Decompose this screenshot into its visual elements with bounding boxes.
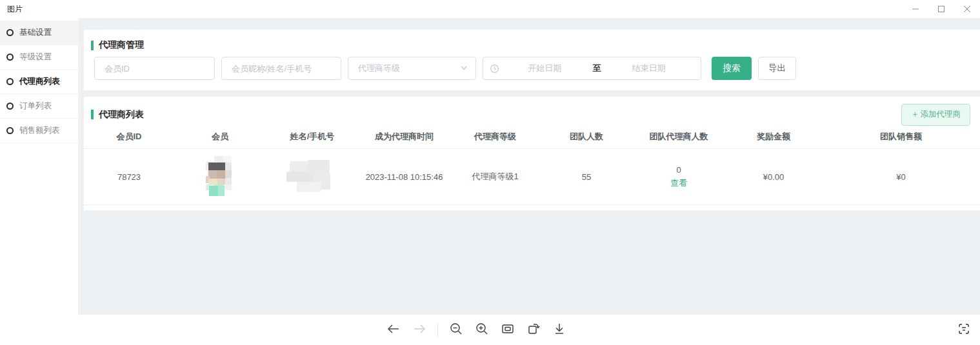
cell-join-time: 2023-11-08 10:15:46 xyxy=(359,172,450,182)
sidebar-item-level-settings[interactable]: 等级设置 xyxy=(0,45,78,70)
sidebar-item-order-list[interactable]: 订单列表 xyxy=(0,94,78,119)
sidebar-item-label: 销售额列表 xyxy=(19,125,60,136)
rotate-icon xyxy=(526,322,541,339)
cell-member-id: 78723 xyxy=(84,172,174,182)
cell-reward: ¥0.00 xyxy=(725,172,822,182)
section-title-text: 代理商列表 xyxy=(99,109,144,121)
back-button[interactable] xyxy=(386,322,401,338)
team-agents-count: 0 xyxy=(676,165,681,175)
blurred-text xyxy=(286,160,338,193)
circle-icon xyxy=(6,127,14,134)
add-agent-label: 添加代理商 xyxy=(921,109,961,120)
cell-team-sales: ¥0 xyxy=(822,172,980,182)
circle-icon xyxy=(6,103,14,110)
maximize-button[interactable] xyxy=(928,0,954,18)
rotate-button[interactable] xyxy=(526,322,541,338)
section-title-text: 代理商管理 xyxy=(99,39,144,51)
col-header-reward: 奖励金额 xyxy=(725,131,822,143)
accent-bar xyxy=(91,110,94,119)
col-header-level: 代理商等级 xyxy=(450,131,541,143)
sidebar-item-label: 代理商列表 xyxy=(19,76,60,87)
sidebar-item-agent-list[interactable]: 代理商列表 xyxy=(0,70,78,94)
section-title-agent-list: 代理商列表 xyxy=(84,109,144,121)
toolbar-divider xyxy=(437,324,438,337)
zoom-out-button[interactable] xyxy=(448,322,464,338)
col-header-member-id: 会员ID xyxy=(84,131,174,143)
end-date-placeholder: 结束日期 xyxy=(604,63,695,74)
agent-list-card: 代理商列表 ＋ 添加代理商 会员ID 会员 姓名/手机号 成为代理商时间 代理商… xyxy=(84,97,980,210)
photos-app-window: 图片 基础设置 等级设置 代理商列表 xyxy=(0,0,980,345)
sidebar-item-sales-list[interactable]: 销售额列表 xyxy=(0,119,78,143)
list-header: 代理商列表 ＋ 添加代理商 xyxy=(84,97,980,124)
date-range-picker[interactable]: 开始日期 至 结束日期 xyxy=(483,57,701,80)
zoom-out-icon xyxy=(449,322,463,339)
fit-to-window-icon xyxy=(501,322,515,339)
start-date-placeholder: 开始日期 xyxy=(499,63,590,74)
col-header-team-sales: 团队销售额 xyxy=(822,131,980,143)
circle-icon xyxy=(6,54,14,61)
col-header-member: 会员 xyxy=(174,131,266,143)
main-content: 代理商管理 代理商等级 开始日期 xyxy=(78,18,980,315)
member-name-input[interactable] xyxy=(221,57,341,80)
cell-member-avatar xyxy=(174,156,266,198)
accent-bar xyxy=(91,41,94,50)
filter-row: 代理商等级 开始日期 至 结束日期 搜索 导出 xyxy=(84,57,980,80)
download-button[interactable] xyxy=(552,322,567,338)
col-header-team-size: 团队人数 xyxy=(541,131,632,143)
titlebar: 图片 xyxy=(0,0,980,18)
viewer-toolbar xyxy=(0,315,980,345)
maximize-icon xyxy=(937,5,945,13)
date-separator: 至 xyxy=(590,63,604,74)
cell-team-size: 55 xyxy=(541,172,632,182)
cell-name-phone-blurred xyxy=(266,160,359,193)
sidebar: 基础设置 等级设置 代理商列表 订单列表 销售额列表 xyxy=(0,18,78,315)
chevron-down-icon xyxy=(460,63,468,74)
download-icon xyxy=(552,322,566,339)
col-header-team-agents: 团队代理商人数 xyxy=(632,131,725,143)
window-title: 图片 xyxy=(7,4,23,15)
zoom-in-button[interactable] xyxy=(474,322,490,338)
section-title-agent-management: 代理商管理 xyxy=(84,30,980,51)
sidebar-item-label: 订单列表 xyxy=(19,101,52,112)
avatar xyxy=(206,156,234,198)
col-header-join-time: 成为代理商时间 xyxy=(359,131,450,143)
export-button[interactable]: 导出 xyxy=(758,57,796,80)
arrow-right-icon xyxy=(412,322,426,339)
arrow-left-icon xyxy=(386,322,401,339)
cell-team-agents: 0 查看 xyxy=(632,165,725,189)
clock-icon xyxy=(490,64,499,74)
sidebar-item-label: 基础设置 xyxy=(19,27,52,38)
fit-to-window-button[interactable] xyxy=(500,322,515,338)
add-agent-button[interactable]: ＋ 添加代理商 xyxy=(901,104,970,126)
member-id-input[interactable] xyxy=(94,57,215,80)
sidebar-item-basic-settings[interactable]: 基础设置 xyxy=(0,21,78,45)
close-button[interactable] xyxy=(954,0,980,18)
plus-icon: ＋ xyxy=(911,109,919,120)
screenshot-image: 基础设置 等级设置 代理商列表 订单列表 销售额列表 xyxy=(0,18,980,315)
zoom-in-icon xyxy=(475,322,489,339)
minimize-button[interactable] xyxy=(903,0,928,18)
close-icon xyxy=(963,5,971,13)
sidebar-item-label: 等级设置 xyxy=(19,52,52,63)
forward-button[interactable] xyxy=(412,322,427,338)
agent-management-card: 代理商管理 代理商等级 开始日期 xyxy=(84,30,980,90)
col-header-name-phone: 姓名/手机号 xyxy=(266,131,359,143)
table-header-row: 会员ID 会员 姓名/手机号 成为代理商时间 代理商等级 团队人数 团队代理商人… xyxy=(84,124,980,149)
minimize-icon xyxy=(912,5,919,13)
circle-icon xyxy=(6,78,14,85)
agent-level-select[interactable]: 代理商等级 xyxy=(348,57,476,80)
table-row: 78723 xyxy=(84,149,980,205)
circle-icon xyxy=(6,29,14,36)
window-controls xyxy=(903,0,980,18)
select-placeholder: 代理商等级 xyxy=(358,63,460,74)
cell-level: 代理商等级1 xyxy=(450,171,541,182)
viewer-tool-group xyxy=(386,315,567,345)
scan-text-button[interactable] xyxy=(955,322,972,339)
scan-text-icon xyxy=(957,322,970,338)
search-button[interactable]: 搜索 xyxy=(712,57,752,80)
view-link[interactable]: 查看 xyxy=(670,177,687,189)
